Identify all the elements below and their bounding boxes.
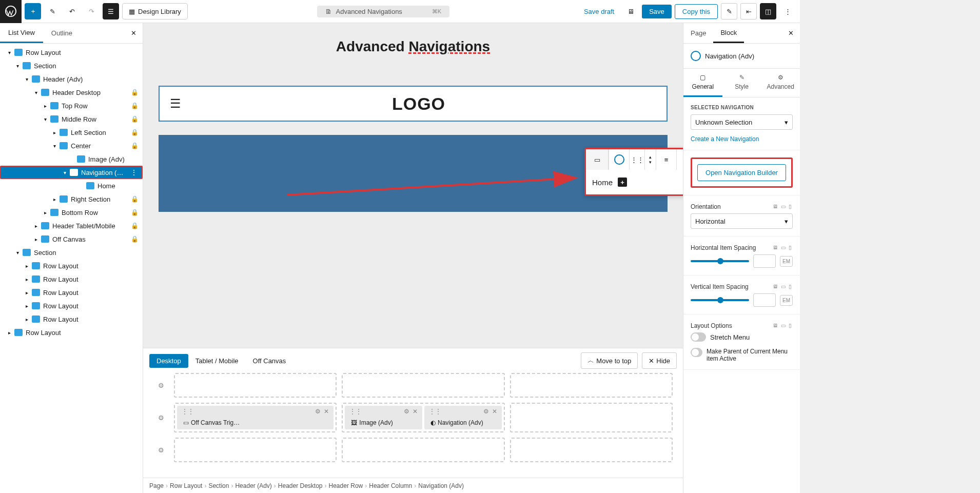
more-options-icon[interactable]: ⋮ — [779, 3, 796, 19]
tree-toggle-icon[interactable]: ▸ — [49, 196, 60, 202]
close-icon[interactable]: ✕ — [322, 408, 330, 415]
breadcrumb-item[interactable]: Section — [208, 482, 229, 489]
tree-row[interactable]: ▾Header Desktop🔒 — [0, 86, 143, 99]
subtab-style[interactable]: ✎Style — [722, 69, 761, 97]
tree-toggle-icon[interactable]: ▾ — [22, 76, 32, 82]
tree-toggle-icon[interactable]: ▾ — [4, 50, 14, 55]
breadcrumb-item[interactable]: Row Layout — [170, 482, 202, 489]
device-icons[interactable]: 🖥▭▯ — [772, 322, 793, 329]
tree-toggle-icon[interactable]: ▸ — [22, 263, 32, 269]
orientation-dropdown[interactable]: Horizontal▾ — [691, 213, 793, 229]
tree-toggle-icon[interactable]: ▸ — [40, 103, 50, 109]
breadcrumb-item[interactable]: Header Desktop — [278, 482, 323, 489]
drag-icon[interactable]: ⋮⋮ — [348, 408, 363, 415]
breadcrumb-item[interactable]: Header (Adv) — [235, 482, 271, 489]
tree-row[interactable]: ▾Row Layout — [0, 46, 143, 59]
tree-row[interactable]: ▸Row Layout — [0, 299, 143, 312]
tree-row[interactable]: Home — [0, 179, 143, 192]
builder-cell[interactable] — [510, 438, 673, 462]
selected-nav-dropdown[interactable]: Unknown Selection▾ — [691, 114, 793, 130]
tab-desktop[interactable]: Desktop — [149, 354, 188, 368]
more-icon[interactable]: ⋮ — [127, 168, 138, 176]
hide-button[interactable]: ✕Hide — [642, 352, 677, 369]
subtab-advanced[interactable]: ⚙Advanced — [761, 69, 800, 97]
tree-row[interactable]: Image (Adv) — [0, 152, 143, 166]
row-settings-icon[interactable]: ⚙ — [153, 403, 169, 432]
save-draft-button[interactable]: Save draft — [579, 8, 619, 15]
subtab-general[interactable]: ▢General — [683, 69, 722, 97]
hamburger-icon[interactable]: ☰ — [170, 96, 181, 111]
header-preview[interactable]: ☰ LOGO — [159, 86, 668, 122]
list-view-toggle[interactable]: ☰ — [103, 3, 119, 19]
h-spacing-slider[interactable] — [691, 260, 749, 262]
breadcrumb-item[interactable]: Navigation (Adv) — [418, 482, 464, 489]
unit-label[interactable]: EM — [780, 295, 793, 306]
nav-item-home[interactable]: Home — [592, 178, 613, 187]
redo-button[interactable]: ↷ — [83, 3, 100, 19]
gear-icon[interactable]: ⚙ — [482, 408, 491, 415]
tree-row[interactable]: ▾Center🔒 — [0, 139, 143, 152]
open-navigation-builder-button[interactable]: Open Navigation Builder — [697, 164, 786, 181]
chip-navigation[interactable]: ⋮⋮⚙✕ ◐Navigation (Adv) — [424, 406, 502, 429]
builder-cell[interactable] — [342, 438, 504, 462]
drag-handle-icon[interactable]: ⋮⋮ — [630, 149, 645, 170]
tree-row[interactable]: ▸Row Layout — [0, 312, 143, 326]
close-icon[interactable]: ✕ — [411, 408, 419, 415]
device-icons[interactable]: 🖥▭▯ — [772, 283, 793, 290]
close-icon[interactable]: ✕ — [782, 29, 800, 37]
row-settings-icon[interactable]: ⚙ — [153, 373, 169, 398]
tree-toggle-icon[interactable]: ▸ — [40, 210, 50, 215]
undo-button[interactable]: ↶ — [64, 3, 80, 19]
tree-row[interactable]: ▸Header Tablet/Mobile🔒 — [0, 219, 143, 232]
h-spacing-input[interactable] — [753, 254, 776, 268]
preview-icon[interactable]: 🖥 — [622, 3, 639, 19]
move-arrows[interactable]: ▴▾ — [645, 149, 656, 170]
builder-cell[interactable]: ⋮⋮⚙✕ ▭Off Canvas Trig… — [174, 403, 337, 432]
breadcrumb-item[interactable]: Header Row — [329, 482, 363, 489]
stretch-menu-toggle[interactable] — [691, 332, 706, 342]
device-icons[interactable]: 🖥▭▯ — [772, 244, 793, 251]
tree-toggle-icon[interactable]: ▸ — [22, 277, 32, 282]
add-block-button[interactable]: ＋ — [25, 3, 41, 19]
make-parent-toggle[interactable] — [691, 348, 702, 357]
settings-icon[interactable]: ✎ — [721, 3, 737, 19]
page-title-selector[interactable]: 🗎 Advanced Navigations ⌘K — [317, 6, 450, 17]
tree-toggle-icon[interactable]: ▾ — [12, 250, 23, 255]
tab-off-canvas[interactable]: Off Canvas — [246, 354, 293, 368]
tree-row[interactable]: ▾Section — [0, 246, 143, 259]
tree-row[interactable]: ▸Row Layout — [0, 259, 143, 272]
tree-row[interactable]: ▾Middle Row🔒 — [0, 112, 143, 126]
close-icon[interactable]: ✕ — [125, 29, 143, 37]
tree-toggle-icon[interactable]: ▾ — [12, 63, 23, 69]
toggle-panel-icon[interactable]: ⇤ — [740, 3, 757, 19]
parent-block-icon[interactable]: ▭ — [586, 149, 609, 170]
edit-icon[interactable]: ✎ — [44, 3, 61, 19]
builder-cell[interactable] — [510, 403, 673, 432]
gear-icon[interactable]: ⚙ — [313, 408, 322, 415]
builder-cell[interactable]: ⋮⋮⚙✕ 🖼Image (Adv) ⋮⋮⚙✕ ◐Navigation (Adv) — [342, 403, 504, 432]
wp-logo[interactable] — [0, 0, 22, 23]
tree-toggle-icon[interactable]: ▸ — [31, 236, 41, 242]
row-settings-icon[interactable]: ⚙ — [153, 438, 169, 462]
tree-row[interactable]: ▸Right Section🔒 — [0, 192, 143, 206]
builder-cell[interactable] — [510, 373, 673, 398]
link-icon[interactable]: ↗ — [677, 149, 683, 170]
tree-row[interactable]: ▾Navigation (Adv)⋮ — [0, 166, 143, 179]
tree-toggle-icon[interactable]: ▾ — [60, 170, 70, 175]
copy-this-button[interactable]: Copy this — [675, 4, 718, 19]
breadcrumb-item[interactable]: Header Column — [369, 482, 412, 489]
tree-toggle-icon[interactable]: ▾ — [31, 90, 41, 95]
tree-toggle-icon[interactable]: ▸ — [49, 130, 60, 135]
v-spacing-slider[interactable] — [691, 299, 749, 301]
save-button[interactable]: Save — [642, 5, 672, 18]
tree-row[interactable]: ▸Top Row🔒 — [0, 99, 143, 112]
tree-row[interactable]: ▸Off Canvas🔒 — [0, 232, 143, 246]
move-to-top-button[interactable]: ︿Move to top — [581, 352, 638, 369]
tab-page[interactable]: Page — [683, 24, 713, 42]
tree-row[interactable]: ▸Row Layout — [0, 326, 143, 339]
chip-off-canvas[interactable]: ⋮⋮⚙✕ ▭Off Canvas Trig… — [177, 406, 334, 429]
tree-toggle-icon[interactable]: ▾ — [49, 143, 60, 149]
tree-row[interactable]: ▾Header (Adv) — [0, 72, 143, 86]
inspector-toggle[interactable]: ◫ — [760, 3, 776, 19]
tab-list-view[interactable]: List View — [0, 24, 43, 43]
